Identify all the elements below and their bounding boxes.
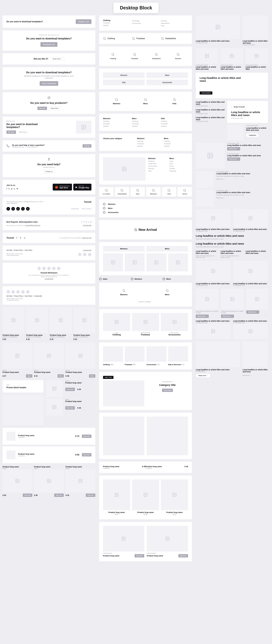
category-tile[interactable]: DRESSES (146, 187, 160, 196)
category-tab[interactable]: Kids (103, 80, 145, 85)
product-card[interactable]: Product long nameBRAND, CATEGORIES$ 25 (2, 307, 24, 340)
instagram-icon[interactable]: ◇ (24, 236, 26, 239)
buy-button[interactable]: Buy now (23, 494, 32, 497)
vk-icon[interactable]: w (26, 207, 30, 210)
product-card[interactable]: Product long nameBrand$ 18Buy now (66, 466, 95, 497)
product-row[interactable]: Product long nameCategories$ 72Buy now (2, 428, 95, 444)
category-link[interactable]: Sales (99, 278, 128, 280)
article-card[interactable]: Small short description for an article o… (221, 289, 244, 318)
download-button[interactable]: Download now (40, 42, 58, 47)
category-count[interactable]: Clothing 489 (103, 364, 123, 366)
support-email-link[interactable]: support@toomail.com (25, 224, 40, 226)
article-card[interactable]: Long headline or article titles and news… (233, 320, 268, 339)
pinterest-icon[interactable]: p (16, 207, 20, 210)
product-row[interactable]: Product long nameCategories$ 56Buy now (2, 446, 95, 463)
read-more-button[interactable]: Read more (196, 314, 209, 318)
category-tile[interactable]: CLOTHING (99, 187, 114, 196)
category-tile[interactable]: DISCOUNTSAccessories (161, 313, 188, 336)
read-more-link[interactable]: Read more (243, 374, 252, 376)
article-item[interactable]: Long headline or article titles and news… (196, 109, 224, 114)
facebook-icon[interactable]: f (6, 290, 10, 294)
category-tab[interactable]: Mens (146, 246, 188, 252)
call-me-button[interactable]: Call me (82, 144, 92, 148)
category-tab[interactable]: Clothing (103, 37, 130, 40)
article-title[interactable]: Long headline or article titles and news (243, 40, 268, 44)
article-row[interactable]: 12 December 2022Long headline or article… (196, 171, 268, 188)
article-card[interactable]: Read more (246, 289, 268, 318)
category-tile[interactable]: Sweatshirts (146, 50, 166, 62)
twitter-icon[interactable]: 𝕏 (11, 290, 15, 294)
article-title[interactable]: Long headline or article titles and news (200, 76, 241, 82)
categories-badge[interactable]: CATEGORIES (200, 92, 212, 94)
appstore-button[interactable]: 🍎 DOWNLOAD ON THEApp Store (53, 184, 72, 190)
product-row[interactable]: BrandProduct long nameBuy now$ 39 (46, 380, 95, 397)
category-tab[interactable]: Sweatshirts (161, 37, 188, 40)
category-count[interactable]: Footwear 985 (125, 364, 145, 366)
article-card[interactable]: Long headline or article titles and news… (196, 261, 230, 286)
googleplay-button[interactable]: ▶ GET IT ONGoogle Play (73, 184, 92, 190)
article-card[interactable]: Long headline or article titles and news… (233, 261, 268, 286)
product-card[interactable]: BrandProduct long name$ 27Buy (2, 343, 32, 378)
product-card[interactable]: Product long nameBrand$ 36Buy now (34, 466, 64, 497)
article-card[interactable]: Long headline or article titles and news… (220, 250, 243, 258)
category-tile[interactable]: UNDERWEAR (115, 187, 129, 196)
pinterest-icon[interactable]: p (86, 221, 87, 223)
category-tile[interactable]: Mens (146, 286, 188, 298)
article-item[interactable]: 12 December 2022Long headline or article… (227, 153, 268, 161)
category-link[interactable]: Mens (163, 278, 192, 280)
show-more-button[interactable]: Show more (49, 106, 60, 110)
buy-download-button[interactable]: Buy & Download (40, 81, 58, 86)
category-tab[interactable]: Mens (146, 72, 188, 78)
link[interactable]: Privacy Policy (14, 249, 23, 251)
article-card[interactable]: 12 December 2022Long headline or article… (196, 48, 218, 70)
twitter-icon[interactable]: 𝕏 (42, 266, 46, 270)
category-tile[interactable]: HATS (130, 187, 145, 196)
category-tile[interactable]: Footwear (125, 50, 145, 62)
link[interactable]: Unsubscribe (34, 295, 42, 297)
buy-now-button[interactable]: Buy now (6, 130, 16, 134)
buy-button[interactable]: Buy now (65, 406, 75, 410)
facebook-icon[interactable]: f (6, 188, 7, 190)
facebook-icon[interactable]: f (78, 253, 82, 256)
article-card[interactable]: 12 December 2022Long headline or article… (246, 48, 268, 70)
register-button[interactable]: Register now (76, 19, 92, 24)
twitter-icon[interactable]: 𝕏 (83, 253, 86, 256)
show-catalog-link[interactable]: Show in catalog (103, 301, 188, 303)
article-card[interactable]: Long headline or article titles and news… (196, 250, 218, 258)
instagram-icon[interactable]: ◇ (52, 266, 56, 270)
vk-icon[interactable]: w (16, 188, 18, 190)
article-card[interactable]: Long headline or article titles and news (246, 250, 268, 258)
link[interactable]: View Online (25, 295, 32, 297)
article-title[interactable]: Long headline or article titles and news (243, 369, 268, 373)
category-tile[interactable]: Womens (103, 286, 145, 298)
twitter-icon[interactable]: 𝕏 (83, 221, 84, 223)
category-link[interactable]: Womens (131, 278, 160, 280)
category-tile[interactable]: SALEClothing (103, 313, 130, 336)
unsubscribe-link[interactable]: Unsubscribe (83, 224, 92, 226)
article-row[interactable]: 12 December 2022Long headline or article… (196, 190, 268, 206)
facebook-icon[interactable]: f (16, 237, 17, 239)
buy-button[interactable]: Buy now (82, 434, 92, 438)
unsubscribe-link[interactable]: follow the link (82, 237, 92, 239)
buy-button[interactable]: Buy (58, 374, 64, 378)
category-count[interactable]: Accessories 181 (146, 364, 166, 366)
category-row[interactable]: Womens (103, 203, 188, 205)
category-count[interactable]: Sale & Discount 103 (168, 364, 188, 366)
read-more-button[interactable]: Read more (227, 158, 240, 161)
article-card[interactable]: Long headline or article titles and news… (196, 320, 230, 339)
category-tab[interactable]: Footwear (132, 37, 159, 40)
category-tile[interactable]: Clothing (103, 50, 123, 62)
link[interactable]: View Online (25, 249, 32, 251)
facebook-icon[interactable]: f (37, 266, 41, 270)
category-tab[interactable]: Womens (103, 246, 145, 252)
shop-now-button[interactable]: Shop Now (162, 388, 173, 392)
twitter-icon[interactable]: 𝕏 (8, 188, 10, 190)
article-card[interactable]: Long headline or article titles and news… (196, 209, 230, 232)
link[interactable]: Get Help (6, 295, 12, 297)
category-tile[interactable]: Kids (161, 96, 188, 107)
read-more-button[interactable]: Read more (246, 310, 259, 314)
category-tile[interactable]: NEW ARRIVALFootwear (132, 313, 159, 336)
instagram-icon[interactable]: ◇ (88, 221, 89, 223)
category-tile[interactable]: CAPS (162, 187, 176, 196)
article-full[interactable]: Long headline or article titles and news… (196, 242, 268, 248)
